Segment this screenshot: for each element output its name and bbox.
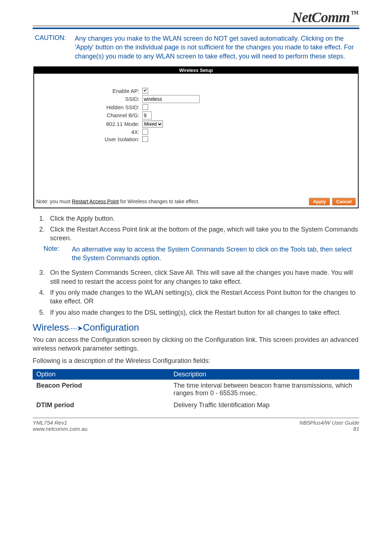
hidden-ssid-label: Hidden SSID: [38, 104, 142, 110]
section-heading: Wireless·····➤Configuration [33, 322, 359, 333]
list-item: If you only made changes to the WLAN set… [46, 288, 359, 306]
hidden-ssid-checkbox[interactable] [142, 104, 148, 110]
channel-input[interactable] [142, 111, 152, 119]
restart-ap-link[interactable]: Restart Access Point [72, 199, 119, 204]
footer-left-2: www.netcomm.com.au [33, 426, 299, 432]
table-row: Beacon Period The time interval between … [33, 380, 359, 399]
caution-label: CAUTION: [35, 34, 75, 61]
list-item: On the System Commands Screen, click Sav… [46, 268, 359, 286]
list-item: Click the Apply button. [46, 214, 359, 223]
footer-right-1: NB5Plus4/W User Guide [299, 420, 359, 426]
list-item: Click the Restart Access Point link at t… [46, 225, 359, 243]
steps-list-1: Click the Apply button. Click the Restar… [46, 214, 359, 243]
caution-text: Any changes you make to the WLAN screen … [75, 34, 359, 61]
mode-select[interactable]: Mixed [142, 120, 163, 128]
th-description: Description [170, 369, 359, 380]
brand-logo: NetCommTM [33, 9, 359, 26]
mode-label: 802.11 Mode: [38, 121, 142, 127]
opt-desc: Delivery Traffic Identification Map [170, 399, 359, 411]
options-table: Option Description Beacon Period The tim… [33, 369, 359, 411]
apply-button[interactable]: Apply [309, 198, 330, 205]
footer-right-2: 81 [299, 426, 359, 432]
note-block: Note: An alternative way to access the S… [33, 245, 359, 263]
fourx-label: 4X: [38, 129, 142, 135]
arrow-icon: ·····➤ [69, 324, 83, 332]
brand-tm: TM [351, 10, 358, 16]
ssid-input[interactable] [142, 95, 200, 103]
note-text: An alternative way to access the System … [72, 245, 359, 263]
rule-thick [33, 28, 359, 29]
caution-block: CAUTION: Any changes you make to the WLA… [33, 34, 359, 61]
rule-thin [33, 26, 359, 26]
user-isolation-checkbox[interactable] [142, 136, 148, 142]
opt-name: Beacon Period [33, 380, 170, 399]
brand-name: NetComm [292, 9, 350, 25]
panel-footer-note: Note: you must Restart Access Point for … [36, 199, 307, 204]
section-intro: You can access the Configuration screen … [33, 335, 359, 353]
list-item: If you also made changes to the DSL sett… [46, 308, 359, 317]
user-isolation-label: User Isolation: [38, 136, 142, 142]
channel-label: Channel B/G: [38, 112, 142, 118]
heading-post: Configuration [83, 322, 139, 333]
table-row: DTIM period Delivery Traffic Identificat… [33, 399, 359, 411]
fourx-checkbox[interactable] [142, 129, 148, 135]
note-label: Note: [44, 245, 72, 263]
section-lead: Following is a description of the Wirele… [33, 356, 359, 365]
opt-name: DTIM period [33, 399, 170, 411]
footer-note-prefix: Note: you must [36, 199, 72, 204]
steps-list-2: On the System Commands Screen, click Sav… [46, 268, 359, 316]
opt-desc: The time interval between beacon frame t… [170, 380, 359, 399]
enable-ap-label: Enable AP: [38, 88, 142, 94]
heading-pre: Wireless [33, 322, 69, 333]
enable-ap-checkbox[interactable] [142, 88, 148, 94]
wireless-setup-panel: Wireless Setup Enable AP: SSID: Hidden S… [33, 66, 359, 208]
panel-title: Wireless Setup [34, 67, 358, 74]
ssid-label: SSID: [38, 96, 142, 102]
th-option: Option [33, 369, 170, 380]
footer-left-1: YML754 Rev1 [33, 420, 299, 426]
page-footer: YML754 Rev1 www.netcomm.com.au NB5Plus4/… [33, 418, 359, 432]
cancel-button[interactable]: Cancel [332, 198, 356, 205]
footer-note-suffix: for Wireless changes to take effect. [119, 199, 199, 204]
